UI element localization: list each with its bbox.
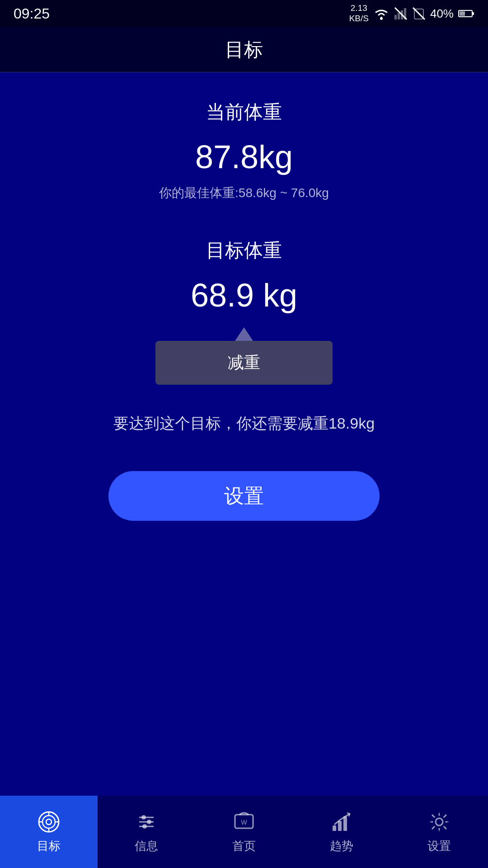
header: 目标: [0, 27, 488, 72]
goal-icon: [37, 810, 61, 834]
wifi-icon: [373, 7, 389, 20]
current-weight-section: 当前体重 87.8kg 你的最佳体重:58.6kg ~ 76.0kg: [27, 99, 461, 238]
goal-type-button[interactable]: 减重: [155, 341, 333, 385]
battery-percent: 40%: [430, 7, 454, 21]
nav-item-home[interactable]: W 首页: [195, 796, 293, 868]
svg-rect-1: [394, 15, 397, 19]
status-time: 09:25: [14, 5, 50, 22]
goal-description: 要达到这个目标，你还需要减重18.9kg: [113, 412, 375, 435]
nav-item-info[interactable]: 信息: [98, 796, 195, 868]
network-speed: 2.13 KB/S: [349, 3, 369, 24]
target-weight-value: 68.9 kg: [191, 277, 297, 314]
svg-point-13: [46, 819, 52, 825]
status-icons: 2.13 KB/S 40%: [349, 3, 474, 24]
svg-rect-28: [343, 816, 347, 831]
svg-rect-10: [460, 11, 465, 16]
nav-label-settings: 设置: [427, 838, 451, 854]
svg-rect-27: [338, 821, 342, 831]
trend-icon: [330, 810, 353, 834]
svg-point-22: [147, 820, 151, 824]
arrow-up-icon: [235, 327, 253, 341]
svg-point-0: [380, 17, 383, 20]
nav-label-trend: 趋势: [330, 838, 353, 854]
nav-label-info: 信息: [135, 838, 158, 854]
nav-item-settings[interactable]: 设置: [390, 796, 488, 868]
arrow-indicator: [235, 327, 253, 341]
svg-text:W: W: [241, 819, 247, 826]
target-weight-section: 目标体重 68.9 kg 减重 要达到这个目标，你还需要减重18.9kg 设置: [27, 238, 461, 521]
page-title: 目标: [225, 37, 263, 62]
optimal-weight-text: 你的最佳体重:58.6kg ~ 76.0kg: [159, 184, 329, 202]
signal-icon: [394, 7, 408, 20]
sim-icon: [412, 7, 426, 20]
svg-point-23: [142, 824, 147, 829]
svg-rect-9: [472, 12, 474, 15]
target-weight-label: 目标体重: [206, 238, 282, 263]
svg-rect-2: [398, 13, 400, 19]
current-weight-value: 87.8kg: [195, 138, 293, 175]
svg-point-12: [42, 816, 55, 828]
svg-rect-26: [333, 826, 336, 831]
set-button[interactable]: 设置: [108, 471, 380, 521]
nav-label-goal: 目标: [37, 838, 61, 854]
status-bar: 09:25 2.13 KB/S 40%: [0, 0, 488, 27]
svg-point-21: [141, 815, 146, 820]
main-content: 当前体重 87.8kg 你的最佳体重:58.6kg ~ 76.0kg 目标体重 …: [0, 72, 488, 796]
nav-item-trend[interactable]: 趋势: [293, 796, 390, 868]
nav-label-home: 首页: [232, 838, 256, 854]
settings-icon: [427, 810, 451, 834]
nav-item-goal[interactable]: 目标: [0, 796, 98, 868]
battery-icon: [458, 9, 474, 18]
info-icon: [135, 810, 158, 834]
home-icon: W: [232, 810, 256, 834]
bottom-nav: 目标 信息 W 首页 趋势: [0, 796, 488, 868]
current-weight-label: 当前体重: [206, 99, 282, 125]
svg-point-29: [436, 818, 443, 826]
